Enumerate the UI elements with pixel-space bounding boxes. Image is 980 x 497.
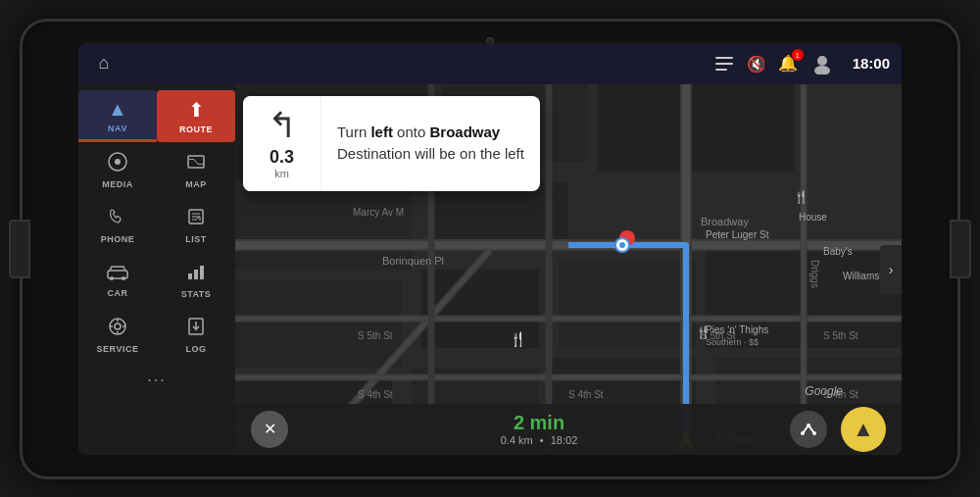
svg-text:Pies 'n' Thighs: Pies 'n' Thighs <box>706 324 768 335</box>
sidebar-item-media[interactable]: MEDIA <box>78 144 157 197</box>
sidebar-row-5: SERVICE LOG <box>78 309 235 362</box>
svg-text:S 5th St: S 5th St <box>823 330 858 341</box>
sidebar-item-car[interactable]: CAR <box>78 254 157 307</box>
svg-text:House: House <box>799 212 827 223</box>
svg-point-5 <box>814 66 830 75</box>
route-options-button[interactable] <box>790 411 827 448</box>
svg-point-14 <box>110 276 114 280</box>
sidebar-item-route[interactable]: ⬆ ROUTE <box>157 90 235 142</box>
svg-rect-2 <box>715 69 727 71</box>
cancel-route-button[interactable]: ✕ <box>251 411 288 448</box>
sidebar-item-phone[interactable]: PHONE <box>78 199 157 252</box>
svg-text:Driggs: Driggs <box>809 260 820 288</box>
sidebar-item-map[interactable]: MAP <box>157 144 235 197</box>
svg-point-88 <box>812 431 816 435</box>
svg-text:Borinquen Pl: Borinquen Pl <box>382 255 444 267</box>
notification-icon[interactable]: 🔔 1 <box>778 54 798 73</box>
google-logo: Google <box>805 384 843 398</box>
service-label: SERVICE <box>97 344 139 354</box>
main-content: ▲ NAV ⬆ ROUTE <box>78 84 902 455</box>
svg-rect-30 <box>598 84 794 172</box>
svg-text:Peter Luger St: Peter Luger St <box>706 229 769 240</box>
nav-label: NAV <box>108 124 127 133</box>
map-area: Marcy Av M S 5th St S 5th St S 5th St S … <box>235 84 902 455</box>
sidebar-item-list[interactable]: LIST <box>157 199 235 252</box>
sidebar-row-4: CAR STATS <box>78 254 235 307</box>
svg-rect-1 <box>715 63 733 65</box>
sidebar-item-nav[interactable]: ▲ NAV <box>78 90 157 142</box>
svg-text:S 4th St: S 4th St <box>358 389 393 400</box>
route-label: ROUTE <box>179 124 213 134</box>
home-button[interactable]: ⌂ <box>90 50 118 77</box>
user-icon[interactable] <box>811 53 833 75</box>
menu-icon[interactable] <box>715 57 733 71</box>
svg-text:🔇: 🔇 <box>747 55 764 73</box>
svg-rect-0 <box>715 57 733 59</box>
svg-point-4 <box>817 56 827 66</box>
bracket-left <box>9 220 30 278</box>
sidebar: ▲ NAV ⬆ ROUTE <box>78 84 235 455</box>
nav-instruction-text: Turn left onto Broadway Destination will… <box>321 96 540 191</box>
car-label: CAR <box>108 288 128 298</box>
nav-distance-value: 0.3 <box>270 147 294 168</box>
svg-rect-33 <box>235 279 402 368</box>
nav-instruction: Turn left onto Broadway Destination will… <box>337 122 524 166</box>
media-icon <box>108 152 127 176</box>
svg-text:S 5th St: S 5th St <box>358 330 393 341</box>
svg-point-86 <box>807 423 810 427</box>
svg-point-15 <box>122 276 125 280</box>
media-label: MEDIA <box>102 179 133 189</box>
route-distance: 0.4 km <box>501 434 533 446</box>
sidebar-row-3: PHONE LIST <box>78 199 235 252</box>
sidebar-item-stats[interactable]: STATS <box>157 254 235 307</box>
eta-time: 2 min <box>514 412 564 434</box>
route-details: 0.4 km • 18:02 <box>501 434 578 446</box>
svg-text:Baby's: Baby's <box>823 246 853 257</box>
service-icon <box>108 317 127 341</box>
log-label: LOG <box>186 344 207 354</box>
stats-icon <box>186 262 206 286</box>
nav-icon: ▲ <box>108 98 127 121</box>
more-dots[interactable]: ... <box>147 368 166 385</box>
car-icon <box>107 263 128 285</box>
route-arrival: 18:02 <box>551 434 578 446</box>
svg-rect-18 <box>200 266 204 279</box>
nav-indicator <box>78 139 157 142</box>
route-icon: ⬆ <box>188 98 205 122</box>
mute-icon[interactable]: 🔇 <box>747 55 764 73</box>
phone-icon <box>108 207 127 231</box>
svg-text:🍴: 🍴 <box>510 331 527 348</box>
compass-button[interactable]: ▲ <box>841 407 886 452</box>
stats-label: STATS <box>181 289 212 299</box>
sidebar-item-log[interactable]: LOG <box>157 309 235 362</box>
svg-text:Marcy Av M: Marcy Av M <box>353 207 404 218</box>
svg-point-84 <box>619 242 625 248</box>
bracket-right <box>950 220 971 278</box>
nav-distance-panel: ↰ 0.3 km <box>243 96 321 191</box>
svg-point-87 <box>801 431 805 435</box>
map-icon <box>186 152 206 176</box>
sidebar-item-service[interactable]: SERVICE <box>78 309 157 362</box>
top-bar: ⌂ 🔇 🔔 1 <box>78 43 902 84</box>
clock: 18:00 <box>853 55 890 72</box>
route-dot: • <box>540 434 544 446</box>
top-icons: 🔇 🔔 1 18:00 <box>715 53 890 75</box>
list-label: LIST <box>185 234 207 244</box>
notification-badge: 1 <box>792 49 804 61</box>
svg-point-20 <box>115 323 121 329</box>
car-unit: ⌂ 🔇 🔔 1 <box>20 19 960 479</box>
nav-distance-unit: km <box>274 168 289 179</box>
map-label: MAP <box>185 179 207 189</box>
svg-text:Southern · $$: Southern · $$ <box>706 337 759 347</box>
list-icon <box>186 207 206 231</box>
svg-text:Broadway: Broadway <box>701 216 749 227</box>
sidebar-row-2: MEDIA MAP <box>78 144 235 197</box>
svg-point-7 <box>115 159 121 165</box>
svg-rect-16 <box>188 273 192 279</box>
chevron-right-button[interactable]: › <box>880 245 902 294</box>
nav-card: ↰ 0.3 km Turn left onto Broadway Destina… <box>243 96 540 191</box>
log-icon <box>186 317 206 341</box>
sidebar-row-1: ▲ NAV ⬆ ROUTE <box>78 90 235 142</box>
svg-rect-35 <box>559 260 696 348</box>
svg-text:🍴: 🍴 <box>696 324 710 339</box>
